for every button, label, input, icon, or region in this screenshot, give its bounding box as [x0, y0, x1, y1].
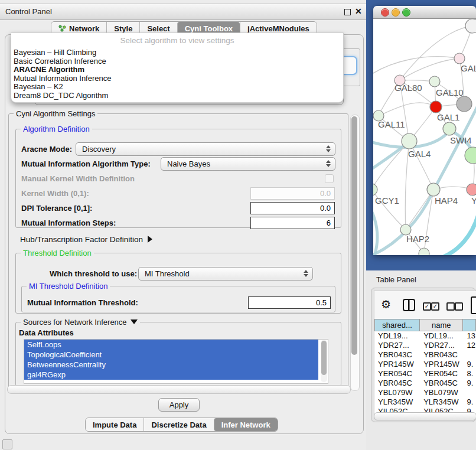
which-threshold-combo[interactable]: MI Threshold	[138, 267, 313, 281]
network-node-gal10[interactable]	[429, 76, 440, 87]
group-title: Cyni Algorithm Settings	[14, 109, 97, 118]
stepper-arrows-icon	[326, 160, 331, 167]
dropdown-prompt: Select algorithm to view settings	[11, 33, 343, 48]
mi-type-label: Mutual Information Algorithm Type:	[21, 159, 151, 168]
table-row[interactable]: YLR345WYLR345W9.	[374, 397, 476, 407]
tab-discretize-data[interactable]: Discretize Data	[144, 418, 213, 431]
node-label-y: Y	[471, 195, 476, 206]
float-window-icon[interactable]	[344, 9, 351, 15]
table-row[interactable]: YER054CYER054C8.	[374, 369, 476, 379]
tab-label: Discretize Data	[151, 420, 206, 429]
network-node-y[interactable]	[467, 184, 476, 195]
column-header-2[interactable]	[463, 319, 476, 331]
table-cell: YBL079W	[420, 388, 463, 397]
tab-label: Impute Data	[93, 420, 136, 429]
zoom-traffic-light-icon[interactable]	[402, 8, 410, 17]
dropdown-item-dream8-dc-tdc-algorithm[interactable]: Dream8 DC_TDC Algorithm	[11, 92, 343, 100]
table-row[interactable]: YPR145WYPR145W9.	[374, 360, 476, 369]
node-label-gal80: GAL80	[395, 83, 422, 93]
gear-icon[interactable]: ⚙	[381, 298, 391, 311]
dropdown-list: Bayesian – Hill ClimbingBasic Correlatio…	[11, 48, 343, 100]
aracne-mode-label: Aracne Mode:	[21, 145, 72, 154]
network-node-gal1[interactable]	[430, 101, 442, 113]
settings-horizontal-scrollbar[interactable]	[7, 385, 351, 394]
unchecked-box-icon[interactable]	[446, 302, 455, 311]
tab-label: Cyni Toolbox	[185, 24, 233, 33]
dropdown-item-mutual-information-inference[interactable]: Mutual Information Inference	[11, 74, 343, 83]
attribute-item-selfloops[interactable]: SelfLoops	[24, 340, 318, 350]
dropdown-item-aracne-algorithm[interactable]: ARACNE Algorithm	[11, 66, 343, 74]
apply-button[interactable]: Apply	[158, 398, 200, 412]
hub-definition-expander[interactable]: Hub/Transcription Factor Definition	[20, 235, 152, 244]
close-traffic-light-icon[interactable]	[381, 8, 389, 17]
aracne-mode-combo[interactable]: Discovery	[76, 142, 335, 156]
network-window-titlebar[interactable]	[373, 6, 476, 19]
list-scrollbar[interactable]	[321, 340, 327, 382]
collapsed-panel-icon[interactable]	[2, 439, 12, 449]
split-columns-icon[interactable]	[403, 299, 415, 311]
node-label-gal: GAL	[461, 63, 476, 73]
attribute-item-betweennesscentrality[interactable]: BetweennessCentrality	[24, 360, 318, 370]
dpi-tolerance-label: DPI Tolerance [0,1]:	[21, 204, 92, 213]
network-edge	[373, 144, 407, 172]
network-edge	[373, 204, 377, 255]
dropdown-item-basic-correlation-inference[interactable]: Basic Correlation Inference	[11, 57, 343, 66]
table-horizontal-scrollbar[interactable]	[374, 412, 476, 420]
kernel-width-field[interactable]	[250, 187, 335, 200]
network-node[interactable]	[465, 147, 476, 164]
table-cell: YBR043C	[374, 350, 420, 360]
tab-label: Select	[147, 24, 169, 33]
manual-kernel-label: Manual Kernel Width Definition	[21, 174, 135, 183]
data-attributes-list[interactable]: SelfLoopsTopologicalCoefficientBetweenne…	[24, 339, 328, 384]
mi-steps-field[interactable]	[250, 217, 335, 229]
network-node-gcy1[interactable]	[373, 184, 377, 195]
checked-box-icon[interactable]: ✓	[423, 302, 431, 311]
control-panel-titlebar: Control Panel ✕	[0, 4, 367, 20]
screen: Control Panel ✕ NetworkStyleSelectCyni T…	[0, 0, 476, 450]
dropdown-item-bayesian-k2[interactable]: Bayesian – K2	[11, 83, 343, 92]
attribute-item-topologicalcoefficient[interactable]: TopologicalCoefficient	[24, 350, 318, 360]
table-cell: YBR043C	[420, 350, 463, 360]
manual-kernel-checkbox[interactable]	[325, 174, 334, 183]
network-edge	[441, 214, 476, 255]
expander-arrow-icon	[148, 236, 152, 243]
network-node-swi4[interactable]	[443, 122, 456, 135]
checked-box-icon[interactable]: ✓	[431, 302, 439, 311]
table-row[interactable]: YBR043CYBR043C	[374, 350, 476, 360]
table-cell	[463, 388, 476, 397]
network-canvas[interactable]: GALGAL80GAL10GAL1GAL11SWI4GAL4GCY1HAP4YH…	[373, 19, 476, 255]
attribute-item-gal4rgexp[interactable]: gal4RGexp	[24, 370, 318, 380]
node-label-hap2: HAP2	[406, 234, 429, 244]
file-icon[interactable]	[471, 296, 476, 314]
network-node-gal4[interactable]	[402, 133, 417, 149]
tab-infer-network[interactable]: Infer Network	[214, 418, 278, 431]
tab-impute-data[interactable]: Impute Data	[86, 418, 144, 431]
dpi-tolerance-field[interactable]	[250, 202, 335, 214]
hub-definition-label: Hub/Transcription Factor Definition	[20, 235, 143, 244]
mi-threshold-field[interactable]	[248, 296, 331, 309]
network-node-gal[interactable]	[454, 53, 465, 64]
network-node[interactable]	[465, 19, 476, 33]
network-node[interactable]	[419, 248, 429, 255]
collapse-arrow-icon[interactable]	[131, 319, 138, 324]
which-threshold-value: MI Threshold	[145, 269, 190, 278]
dropdown-item-bayesian-hill-climbing[interactable]: Bayesian – Hill Climbing	[11, 48, 343, 57]
close-icon[interactable]: ✕	[355, 6, 362, 16]
table-cell: YLR345W	[374, 397, 420, 407]
table-cell: YDL19...	[374, 331, 420, 341]
mi-type-combo[interactable]: Naive Bayes	[161, 157, 335, 171]
network-node[interactable]	[457, 96, 472, 112]
table-row[interactable]: YDR27...YDR27...12	[374, 341, 476, 350]
network-node-hap4[interactable]	[427, 183, 440, 196]
minimize-traffic-light-icon[interactable]	[392, 8, 400, 17]
node-label-gal10: GAL10	[436, 87, 464, 97]
table-row[interactable]: YBL079WYBL079W	[374, 388, 476, 397]
node-label-swi4: SWI4	[450, 135, 472, 145]
table-row[interactable]: YDL19...YDL19...13	[374, 331, 476, 341]
unchecked-box-icon[interactable]	[455, 302, 463, 311]
column-header-name[interactable]: name	[420, 319, 463, 331]
table-row[interactable]: YBR045CYBR045C9.	[374, 379, 476, 388]
column-header-shared[interactable]: shared...	[374, 319, 420, 331]
mi-steps-label: Mutual Information Steps:	[21, 219, 116, 227]
settings-vertical-scrollbar[interactable]	[350, 115, 360, 391]
